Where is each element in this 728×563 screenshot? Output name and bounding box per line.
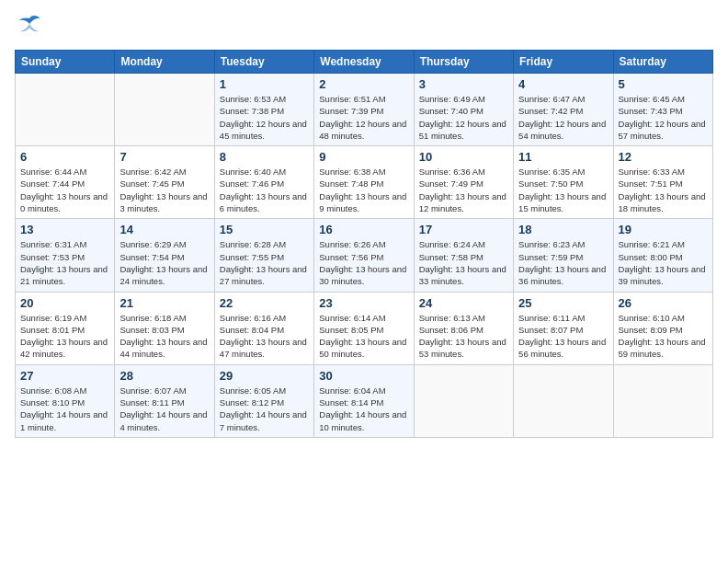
day-number: 6 xyxy=(20,150,109,164)
calendar-cell xyxy=(613,364,712,437)
cell-content: Sunrise: 6:36 AMSunset: 7:49 PMDaylight:… xyxy=(419,166,508,214)
day-header-sunday: Sunday xyxy=(16,51,115,74)
cell-content: Sunrise: 6:29 AMSunset: 7:54 PMDaylight:… xyxy=(119,238,209,287)
cell-content: Sunrise: 6:21 AMSunset: 8:00 PMDaylight:… xyxy=(619,238,708,287)
cell-content: Sunrise: 6:38 AMSunset: 7:48 PMDaylight:… xyxy=(319,166,408,214)
day-number: 28 xyxy=(119,369,209,383)
calendar-cell: 12Sunrise: 6:33 AMSunset: 7:51 PMDayligh… xyxy=(613,146,712,219)
calendar-cell xyxy=(16,74,115,146)
calendar-cell xyxy=(414,364,513,437)
day-number: 10 xyxy=(419,150,508,164)
calendar-cell: 4Sunrise: 6:47 AMSunset: 7:42 PMDaylight… xyxy=(514,74,613,146)
day-number: 27 xyxy=(20,369,109,383)
cell-content: Sunrise: 6:35 AMSunset: 7:50 PMDaylight:… xyxy=(518,166,608,214)
day-number: 23 xyxy=(319,296,408,310)
cell-content: Sunrise: 6:53 AMSunset: 7:38 PMDaylight:… xyxy=(220,93,309,142)
day-number: 5 xyxy=(619,77,708,91)
day-header-friday: Friday xyxy=(514,51,613,74)
calendar-cell: 22Sunrise: 6:16 AMSunset: 8:04 PMDayligh… xyxy=(214,292,313,364)
calendar-week-row: 20Sunrise: 6:19 AMSunset: 8:01 PMDayligh… xyxy=(16,292,713,364)
calendar-cell: 16Sunrise: 6:26 AMSunset: 7:56 PMDayligh… xyxy=(314,219,414,292)
calendar-cell: 5Sunrise: 6:45 AMSunset: 7:43 PMDaylight… xyxy=(613,74,712,146)
day-number: 13 xyxy=(20,223,109,236)
calendar-cell: 7Sunrise: 6:42 AMSunset: 7:45 PMDaylight… xyxy=(115,146,214,219)
cell-content: Sunrise: 6:11 AMSunset: 8:07 PMDaylight:… xyxy=(518,312,608,361)
day-number: 20 xyxy=(20,296,109,310)
cell-content: Sunrise: 6:24 AMSunset: 7:58 PMDaylight:… xyxy=(419,238,508,287)
cell-content: Sunrise: 6:31 AMSunset: 7:53 PMDaylight:… xyxy=(20,238,109,287)
day-header-monday: Monday xyxy=(115,51,214,74)
header xyxy=(15,15,713,39)
day-number: 7 xyxy=(119,150,209,164)
calendar-body: 1Sunrise: 6:53 AMSunset: 7:38 PMDaylight… xyxy=(16,74,713,438)
calendar-cell xyxy=(115,74,214,146)
day-header-thursday: Thursday xyxy=(414,51,513,74)
day-number: 17 xyxy=(419,223,508,236)
calendar-cell: 2Sunrise: 6:51 AMSunset: 7:39 PMDaylight… xyxy=(314,74,414,146)
cell-content: Sunrise: 6:23 AMSunset: 7:59 PMDaylight:… xyxy=(518,238,608,287)
day-number: 30 xyxy=(319,369,408,383)
day-number: 18 xyxy=(518,223,608,236)
cell-content: Sunrise: 6:10 AMSunset: 8:09 PMDaylight:… xyxy=(619,312,708,361)
cell-content: Sunrise: 6:45 AMSunset: 7:43 PMDaylight:… xyxy=(619,93,708,142)
calendar-cell: 3Sunrise: 6:49 AMSunset: 7:40 PMDaylight… xyxy=(414,74,513,146)
day-number: 1 xyxy=(220,77,309,91)
cell-content: Sunrise: 6:05 AMSunset: 8:12 PMDaylight:… xyxy=(220,385,309,433)
day-number: 15 xyxy=(220,223,309,236)
cell-content: Sunrise: 6:33 AMSunset: 7:51 PMDaylight:… xyxy=(619,166,708,214)
cell-content: Sunrise: 6:14 AMSunset: 8:05 PMDaylight:… xyxy=(319,312,408,361)
day-number: 12 xyxy=(619,150,708,164)
calendar-cell: 27Sunrise: 6:08 AMSunset: 8:10 PMDayligh… xyxy=(16,364,115,437)
calendar-cell: 17Sunrise: 6:24 AMSunset: 7:58 PMDayligh… xyxy=(414,219,513,292)
logo-bird-icon xyxy=(17,15,42,39)
calendar-cell: 18Sunrise: 6:23 AMSunset: 7:59 PMDayligh… xyxy=(514,219,613,292)
day-header-tuesday: Tuesday xyxy=(214,51,313,74)
day-header-saturday: Saturday xyxy=(613,51,712,74)
day-number: 26 xyxy=(619,296,708,310)
day-header-wednesday: Wednesday xyxy=(314,51,414,74)
cell-content: Sunrise: 6:51 AMSunset: 7:39 PMDaylight:… xyxy=(319,93,408,142)
day-number: 2 xyxy=(319,77,408,91)
calendar-cell: 25Sunrise: 6:11 AMSunset: 8:07 PMDayligh… xyxy=(514,292,613,364)
calendar-cell: 6Sunrise: 6:44 AMSunset: 7:44 PMDaylight… xyxy=(16,146,115,219)
calendar-table: SundayMondayTuesdayWednesdayThursdayFrid… xyxy=(15,50,713,438)
calendar-cell xyxy=(514,364,613,437)
cell-content: Sunrise: 6:08 AMSunset: 8:10 PMDaylight:… xyxy=(20,385,109,433)
calendar-cell: 8Sunrise: 6:40 AMSunset: 7:46 PMDaylight… xyxy=(214,146,313,219)
day-number: 19 xyxy=(619,223,708,236)
calendar-cell: 26Sunrise: 6:10 AMSunset: 8:09 PMDayligh… xyxy=(613,292,712,364)
cell-content: Sunrise: 6:42 AMSunset: 7:45 PMDaylight:… xyxy=(119,166,209,214)
day-number: 29 xyxy=(220,369,309,383)
cell-content: Sunrise: 6:47 AMSunset: 7:42 PMDaylight:… xyxy=(518,93,608,142)
calendar-cell: 10Sunrise: 6:36 AMSunset: 7:49 PMDayligh… xyxy=(414,146,513,219)
cell-content: Sunrise: 6:19 AMSunset: 8:01 PMDaylight:… xyxy=(20,312,109,361)
day-number: 11 xyxy=(518,150,608,164)
cell-content: Sunrise: 6:04 AMSunset: 8:14 PMDaylight:… xyxy=(319,385,408,433)
calendar-cell: 15Sunrise: 6:28 AMSunset: 7:55 PMDayligh… xyxy=(214,219,313,292)
calendar-cell: 9Sunrise: 6:38 AMSunset: 7:48 PMDaylight… xyxy=(314,146,414,219)
calendar-header: SundayMondayTuesdayWednesdayThursdayFrid… xyxy=(16,51,713,74)
calendar-cell: 30Sunrise: 6:04 AMSunset: 8:14 PMDayligh… xyxy=(314,364,414,437)
day-number: 21 xyxy=(119,296,209,310)
calendar-cell: 19Sunrise: 6:21 AMSunset: 8:00 PMDayligh… xyxy=(613,219,712,292)
day-number: 4 xyxy=(518,77,608,91)
logo xyxy=(15,15,42,39)
calendar-cell: 23Sunrise: 6:14 AMSunset: 8:05 PMDayligh… xyxy=(314,292,414,364)
cell-content: Sunrise: 6:44 AMSunset: 7:44 PMDaylight:… xyxy=(20,166,109,214)
calendar-cell: 21Sunrise: 6:18 AMSunset: 8:03 PMDayligh… xyxy=(115,292,214,364)
cell-content: Sunrise: 6:40 AMSunset: 7:46 PMDaylight:… xyxy=(220,166,309,214)
day-number: 25 xyxy=(518,296,608,310)
calendar-cell: 24Sunrise: 6:13 AMSunset: 8:06 PMDayligh… xyxy=(414,292,513,364)
calendar-cell: 1Sunrise: 6:53 AMSunset: 7:38 PMDaylight… xyxy=(214,74,313,146)
cell-content: Sunrise: 6:28 AMSunset: 7:55 PMDaylight:… xyxy=(220,238,309,287)
calendar-cell: 29Sunrise: 6:05 AMSunset: 8:12 PMDayligh… xyxy=(214,364,313,437)
cell-content: Sunrise: 6:13 AMSunset: 8:06 PMDaylight:… xyxy=(419,312,508,361)
day-number: 24 xyxy=(419,296,508,310)
calendar-cell: 28Sunrise: 6:07 AMSunset: 8:11 PMDayligh… xyxy=(115,364,214,437)
day-number: 22 xyxy=(220,296,309,310)
day-number: 8 xyxy=(220,150,309,164)
calendar-cell: 11Sunrise: 6:35 AMSunset: 7:50 PMDayligh… xyxy=(514,146,613,219)
day-number: 9 xyxy=(319,150,408,164)
cell-content: Sunrise: 6:49 AMSunset: 7:40 PMDaylight:… xyxy=(419,93,508,142)
calendar-cell: 14Sunrise: 6:29 AMSunset: 7:54 PMDayligh… xyxy=(115,219,214,292)
